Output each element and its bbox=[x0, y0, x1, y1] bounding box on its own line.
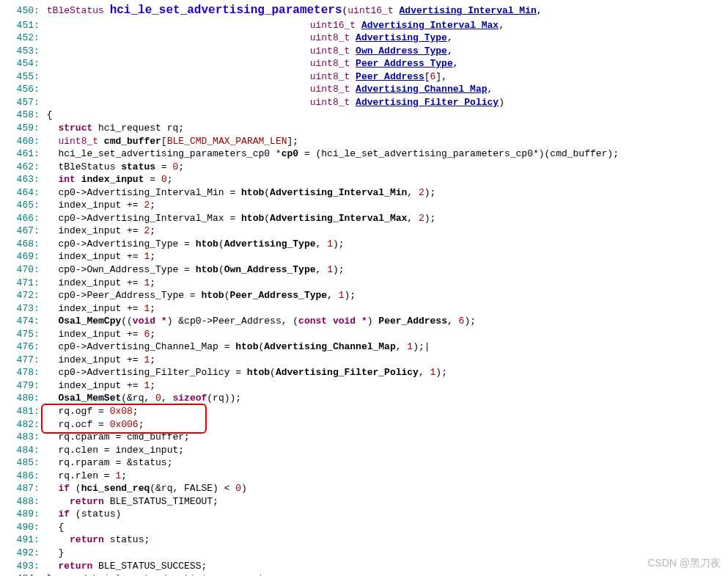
line-number: 450 bbox=[0, 4, 34, 18]
line-number: 474 bbox=[0, 315, 34, 328]
code-content: int index_input = 0; bbox=[47, 173, 173, 186]
line-number: 483 bbox=[0, 431, 34, 444]
code-line: 472: cp0->Peer_Address_Type = htob(Peer_… bbox=[0, 289, 728, 302]
code-line: 477: index_input += 1; bbox=[0, 354, 728, 367]
code-content: index_input += 1; bbox=[47, 354, 155, 367]
code-line: 479: index_input += 1; bbox=[0, 379, 728, 393]
code-line: 455: uint8_t Peer_Address[6], bbox=[0, 70, 728, 84]
code-line: 470: cp0->Own_Address_Type = htob(Own_Ad… bbox=[0, 263, 728, 277]
code-content: index_input += 2; bbox=[47, 199, 155, 212]
line-number: 453 bbox=[0, 45, 34, 58]
code-line: 465: index_input += 2; bbox=[0, 199, 728, 212]
code-content: tBleStatus hci_le_set_advertising_parame… bbox=[47, 3, 543, 19]
line-number: 451 bbox=[0, 19, 34, 32]
code-line: 459: struct hci_request rq; bbox=[0, 122, 728, 135]
line-number: 493 bbox=[0, 560, 34, 573]
line-number: 464 bbox=[0, 186, 34, 200]
code-content: rq.clen = index_input; bbox=[47, 444, 184, 457]
code-line: 460: uint8_t cmd_buffer[BLE_CMD_MAX_PARA… bbox=[0, 135, 728, 148]
code-line: 451: uint16_t Advertising_Interval_Max, bbox=[0, 19, 728, 32]
code-line: 476: cp0->Advertising_Channel_Map = htob… bbox=[0, 340, 728, 354]
code-editor: 450:tBleStatus hci_le_set_advertising_pa… bbox=[0, 3, 728, 576]
code-line: 456: uint8_t Advertising_Channel_Map, bbox=[0, 83, 728, 96]
code-line: 480: Osal_MemSet(&rq, 0, sizeof(rq)); bbox=[0, 392, 728, 405]
code-content: rq.ogf = 0x08; bbox=[47, 405, 139, 418]
code-line: 471: index_input += 1; bbox=[0, 277, 728, 290]
code-content: uint8_t Advertising_Channel_Map, bbox=[47, 83, 493, 96]
code-line: 458:{ bbox=[0, 109, 728, 122]
line-number: 475 bbox=[0, 328, 34, 341]
code-content: index_input += 2; bbox=[47, 225, 155, 238]
code-content: index_input += 1; bbox=[47, 379, 155, 393]
code-content: } bbox=[47, 547, 64, 560]
line-number: 480 bbox=[0, 392, 34, 405]
code-line: 482: rq.ocf = 0x006; bbox=[0, 418, 728, 431]
code-line: 467: index_input += 2; bbox=[0, 225, 728, 238]
line-number: 477 bbox=[0, 354, 34, 367]
code-line: 454: uint8_t Peer_Address_Type, bbox=[0, 57, 728, 70]
code-line: 474: Osal_MemCpy((void *) &cp0->Peer_Add… bbox=[0, 315, 728, 328]
code-content: uint8_t Advertising_Type, bbox=[47, 32, 453, 45]
line-number: 455 bbox=[0, 70, 34, 84]
line-number: 485 bbox=[0, 456, 34, 470]
line-number: 482 bbox=[0, 418, 34, 431]
line-number: 490 bbox=[0, 521, 34, 534]
line-number: 469 bbox=[0, 250, 34, 263]
code-line: 494:} « end hci_le_set_advertising_param… bbox=[0, 572, 728, 576]
code-content: return BLE_STATUS_TIMEOUT; bbox=[47, 495, 218, 508]
line-number: 488 bbox=[0, 495, 34, 508]
code-content: cp0->Advertising_Filter_Policy = htob(Ad… bbox=[47, 366, 447, 379]
code-content: hci_le_set_advertising_parameters_cp0 *c… bbox=[47, 147, 619, 161]
code-content: Osal_MemCpy((void *) &cp0->Peer_Address,… bbox=[47, 315, 476, 328]
code-content: cp0->Own_Address_Type = htob(Own_Address… bbox=[47, 263, 345, 277]
code-content: uint8_t Peer_Address_Type, bbox=[47, 57, 459, 70]
code-content: return BLE_STATUS_SUCCESS; bbox=[47, 560, 207, 573]
code-content: return status; bbox=[47, 533, 150, 547]
code-line: 473: index_input += 1; bbox=[0, 302, 728, 316]
code-content: struct hci_request rq; bbox=[47, 122, 184, 135]
code-content: } « end hci_le_set_advertising_parameter… bbox=[47, 572, 293, 576]
code-line: 492: } bbox=[0, 547, 728, 560]
line-number: 491 bbox=[0, 533, 34, 547]
line-number: 489 bbox=[0, 508, 34, 521]
code-line: 491: return status; bbox=[0, 533, 728, 547]
code-content: index_input += 1; bbox=[47, 250, 155, 263]
line-number: 492 bbox=[0, 547, 34, 560]
line-number: 476 bbox=[0, 340, 34, 354]
code-content: index_input += 1; bbox=[47, 302, 155, 316]
code-content: { bbox=[47, 109, 53, 122]
code-line: 484: rq.clen = index_input; bbox=[0, 444, 728, 457]
line-number: 494 bbox=[0, 572, 34, 576]
line-number: 461 bbox=[0, 147, 34, 161]
code-content: index_input += 1; bbox=[47, 277, 155, 290]
code-line: 453: uint8_t Own_Address_Type, bbox=[0, 45, 728, 58]
code-line: 485: rq.rparam = &status; bbox=[0, 456, 728, 470]
code-content: rq.cparam = cmd_buffer; bbox=[47, 431, 190, 444]
code-content: rq.rlen = 1; bbox=[47, 470, 127, 483]
code-line: 483: rq.cparam = cmd_buffer; bbox=[0, 431, 728, 444]
code-line: 489: if (status) bbox=[0, 508, 728, 521]
code-line: 457: uint8_t Advertising_Filter_Policy) bbox=[0, 96, 728, 109]
code-content: if (hci_send_req(&rq, FALSE) < 0) bbox=[47, 482, 247, 495]
code-line: 486: rq.rlen = 1; bbox=[0, 470, 728, 483]
code-line: 468: cp0->Advertising_Type = htob(Advert… bbox=[0, 238, 728, 251]
code-line: 464: cp0->Advertising_Interval_Min = hto… bbox=[0, 186, 728, 200]
line-number: 460 bbox=[0, 135, 34, 148]
line-number: 487 bbox=[0, 482, 34, 495]
line-number: 466 bbox=[0, 212, 34, 225]
code-line: 463: int index_input = 0; bbox=[0, 173, 728, 186]
line-number: 463 bbox=[0, 173, 34, 186]
code-content: uint8_t Peer_Address[6], bbox=[47, 70, 447, 84]
code-line: 462: tBleStatus status = 0; bbox=[0, 161, 728, 174]
code-content: cp0->Advertising_Type = htob(Advertising… bbox=[47, 238, 345, 251]
code-line: 490: { bbox=[0, 521, 728, 534]
line-number: 479 bbox=[0, 379, 34, 393]
line-number: 458 bbox=[0, 109, 34, 122]
code-line: 475: index_input += 6; bbox=[0, 328, 728, 341]
code-content: cp0->Peer_Address_Type = htob(Peer_Addre… bbox=[47, 289, 356, 302]
code-line: 466: cp0->Advertising_Interval_Max = hto… bbox=[0, 212, 728, 225]
code-content: cp0->Advertising_Interval_Min = htob(Adv… bbox=[47, 186, 436, 200]
code-content: { bbox=[47, 521, 64, 534]
code-content: uint8_t Advertising_Filter_Policy) bbox=[47, 96, 504, 109]
line-number: 462 bbox=[0, 161, 34, 174]
